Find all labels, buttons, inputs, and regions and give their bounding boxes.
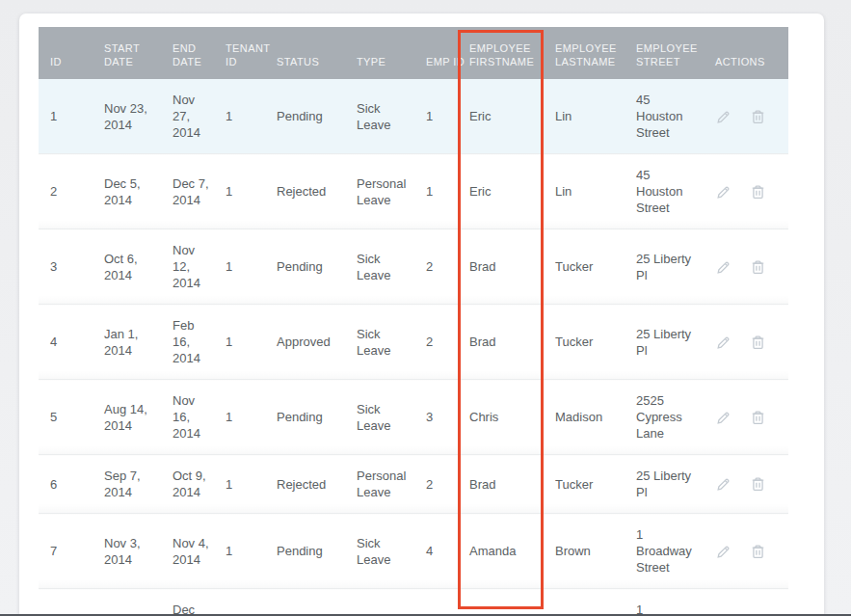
- pencil-icon: [715, 476, 731, 493]
- trash-icon: [750, 109, 766, 125]
- cell-employee-street: 1 Broadway Street: [625, 514, 704, 589]
- table-row: 2 Dec 5, 2014 Dec 7, 2014 1 Rejected Per…: [39, 154, 788, 229]
- cell-end-date: Nov 12, 2014: [161, 229, 214, 305]
- cell-employee-firstname: Amanda: [458, 589, 544, 616]
- column-header-employee-firstname: EMPLOYEE FIRSTNAME: [458, 27, 544, 79]
- edit-button[interactable]: [715, 476, 731, 493]
- cell-id: 5: [39, 380, 93, 455]
- cell-type: Sick Leave: [345, 514, 414, 589]
- table-row: 5 Aug 14, 2014 Nov 16, 2014 1 Pending Si…: [39, 380, 788, 455]
- cell-start-date: Dec 5, 2014: [93, 154, 161, 229]
- pencil-icon: [715, 259, 731, 276]
- cell-type: Personal Leave: [345, 154, 414, 229]
- cell-actions: [704, 154, 788, 229]
- cell-actions: [704, 380, 788, 455]
- delete-button[interactable]: [750, 335, 766, 351]
- column-header-end-date: END DATE: [161, 27, 214, 79]
- cell-employee-lastname: Brown: [544, 514, 625, 589]
- cell-start-date: Sep 7, 2014: [93, 455, 161, 514]
- cell-employee-street: 45 Houston Street: [625, 79, 704, 154]
- table-row: 1 Nov 23, 2014 Nov 27, 2014 1 Pending Si…: [39, 79, 788, 154]
- pencil-icon: [715, 109, 731, 125]
- cell-actions: [704, 229, 788, 305]
- cell-employee-lastname: Brown: [544, 589, 625, 616]
- cell-tenant-id: 1: [214, 455, 265, 514]
- cell-employee-lastname: Tucker: [544, 305, 625, 380]
- delete-button[interactable]: [750, 259, 766, 276]
- cell-type: Sick Leave: [345, 79, 414, 154]
- edit-button[interactable]: [715, 109, 731, 125]
- cell-status: Pending: [265, 380, 345, 455]
- cell-status: Approved: [265, 589, 345, 616]
- data-table-card: ID START DATE END DATE TENANT ID STATUS …: [19, 13, 824, 616]
- edit-button[interactable]: [715, 259, 731, 276]
- cell-status: Pending: [265, 79, 345, 154]
- cell-id: 4: [39, 305, 93, 380]
- delete-button[interactable]: [750, 410, 766, 426]
- cell-end-date: Dec 7, 2014: [161, 154, 214, 229]
- cell-status: Pending: [265, 229, 345, 305]
- delete-button[interactable]: [750, 184, 766, 201]
- cell-employee-lastname: Lin: [544, 79, 625, 154]
- cell-status: Rejected: [265, 154, 345, 229]
- trash-icon: [750, 259, 766, 276]
- cell-id: 2: [39, 154, 93, 229]
- delete-button[interactable]: [750, 109, 766, 125]
- pencil-icon: [715, 184, 731, 201]
- column-header-tenant-id: TENANT ID: [214, 27, 265, 79]
- cell-status: Pending: [265, 514, 345, 589]
- column-header-id: ID: [39, 27, 93, 79]
- cell-end-date: Nov 27, 2014: [161, 79, 214, 154]
- cell-employee-firstname: Eric: [458, 79, 544, 154]
- leave-requests-table: ID START DATE END DATE TENANT ID STATUS …: [39, 27, 788, 616]
- cell-employee-firstname: Amanda: [458, 514, 544, 589]
- cell-start-date: Aug 14, 2014: [93, 380, 161, 455]
- cell-start-date: Nov 23, 2014: [93, 79, 161, 154]
- edit-button[interactable]: [715, 184, 731, 201]
- trash-icon: [750, 544, 766, 560]
- cell-id: 1: [39, 79, 93, 154]
- cell-employee-lastname: Lin: [544, 154, 625, 229]
- cell-emp-id: 2: [414, 229, 458, 305]
- cell-type: Personal Leave: [345, 455, 414, 514]
- cell-id: 6: [39, 455, 93, 514]
- cell-actions: [704, 305, 788, 380]
- cell-actions: [704, 589, 788, 616]
- cell-employee-lastname: Madison: [544, 380, 625, 455]
- cell-start-date: Jun 10, 2014: [93, 589, 161, 616]
- cell-employee-street: 45 Houston Street: [625, 154, 704, 229]
- delete-button[interactable]: [750, 544, 766, 560]
- column-header-emp-id: EMP ID: [414, 27, 458, 79]
- pencil-icon: [715, 544, 731, 560]
- table-row: 3 Oct 6, 2014 Nov 12, 2014 1 Pending Sic…: [39, 229, 788, 305]
- column-header-start-date: START DATE: [93, 27, 161, 79]
- cell-employee-street: 25 Liberty Pl: [625, 455, 704, 514]
- cell-emp-id: 2: [414, 455, 458, 514]
- cell-type: Sick Leave: [345, 305, 414, 380]
- cell-employee-lastname: Tucker: [544, 455, 625, 514]
- cell-start-date: Oct 6, 2014: [93, 229, 161, 305]
- cell-emp-id: 3: [414, 380, 458, 455]
- edit-button[interactable]: [715, 335, 731, 351]
- edit-button[interactable]: [715, 410, 731, 426]
- cell-employee-street: 25 Liberty Pl: [625, 229, 704, 305]
- cell-emp-id: 4: [414, 514, 458, 589]
- cell-id: 7: [39, 514, 93, 589]
- edit-button[interactable]: [715, 544, 731, 560]
- cell-tenant-id: 1: [214, 305, 265, 380]
- cell-tenant-id: 1: [214, 514, 265, 589]
- pencil-icon: [715, 410, 731, 426]
- column-header-employee-street: EMPLOYEE STREET: [625, 27, 704, 79]
- delete-button[interactable]: [750, 476, 766, 493]
- cell-actions: [704, 514, 788, 589]
- table-body: 1 Nov 23, 2014 Nov 27, 2014 1 Pending Si…: [39, 79, 788, 616]
- cell-end-date: Nov 16, 2014: [161, 380, 214, 455]
- cell-end-date: Feb 16, 2014: [161, 305, 214, 380]
- column-header-actions: ACTIONS: [704, 27, 788, 79]
- table-row: 6 Sep 7, 2014 Oct 9, 2014 1 Rejected Per…: [39, 455, 788, 514]
- cell-type: Sick Leave: [345, 589, 414, 616]
- cell-actions: [704, 455, 788, 514]
- cell-tenant-id: 1: [214, 380, 265, 455]
- cell-status: Rejected: [265, 455, 345, 514]
- cell-type: Sick Leave: [345, 229, 414, 305]
